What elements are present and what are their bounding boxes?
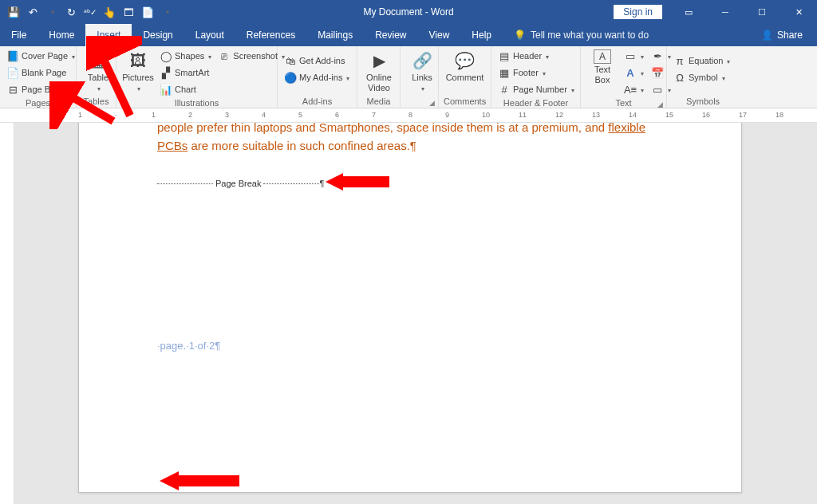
tab-file[interactable]: File (0, 24, 37, 46)
vertical-ruler[interactable] (0, 123, 14, 504)
hyperlink[interactable]: flexible (608, 123, 645, 134)
textbox-button[interactable]: ATextBox (586, 48, 619, 86)
tab-help[interactable]: Help (460, 24, 503, 46)
equation-label: Equation (689, 56, 723, 65)
group-links-label: ◢ (405, 105, 433, 108)
ruler-tick: 15 (665, 111, 673, 119)
quick-parts-button[interactable]: ▭✒ (622, 48, 673, 64)
minimize-button[interactable]: ─ (707, 0, 744, 24)
ruler-tick: 5 (298, 111, 302, 119)
tab-review[interactable]: Review (364, 24, 417, 46)
smartart-icon: ▞ (160, 66, 172, 79)
ruler-tick: 1 (152, 111, 156, 119)
quick-access-toolbar: 💾 ↶ ↻ ᵃᵇ✓ 👆 🗔 📄 (0, 3, 176, 21)
my-addins-button[interactable]: 🔵My Add-ins (282, 69, 351, 85)
online-video-button[interactable]: ▶OnlineVideo (362, 48, 396, 94)
tell-me-search[interactable]: 💡 Tell me what you want to do (503, 24, 649, 46)
tab-home[interactable]: Home (37, 24, 85, 46)
ruler-tick: 7 (372, 111, 376, 119)
page-number-field: ·page.·1·of·2¶ (157, 340, 663, 352)
touch-icon[interactable]: 👆 (101, 3, 118, 21)
shapes-label: Shapes (175, 51, 204, 61)
blank-page-button[interactable]: 📄Blank Page (5, 65, 77, 81)
shapes-icon: ◯ (160, 49, 172, 62)
group-links: 🔗Links ◢ (401, 46, 439, 108)
equation-button[interactable]: πEquation (672, 53, 732, 69)
cover-page-button[interactable]: 📘Cover Page (5, 48, 77, 64)
page-break-label: Page Break (213, 179, 263, 188)
doc-icon[interactable]: 🗔 (120, 3, 137, 21)
undo-dropdown[interactable] (43, 3, 61, 21)
ruler-tick: 6 (335, 111, 339, 119)
comment-button[interactable]: 💬Comment (444, 48, 486, 84)
page-break-icon: ⊟ (6, 83, 19, 96)
group-addins-label: Add-ins (282, 96, 352, 108)
header-button[interactable]: ▤Header (496, 48, 576, 64)
save-icon[interactable]: 💾 (5, 3, 22, 21)
shapes-button[interactable]: ◯Shapes (158, 48, 213, 64)
group-comments-label: Comments (444, 96, 486, 108)
tab-references[interactable]: References (235, 24, 306, 46)
maximize-button[interactable]: ☐ (744, 0, 780, 24)
signature-icon: ✒ (651, 49, 664, 62)
document-area: people prefer thin laptops and Smartphon… (0, 123, 817, 504)
close-button[interactable]: ✕ (780, 0, 817, 24)
qat-customize[interactable] (158, 3, 176, 21)
group-header-footer: ▤Header ▦Footer #Page Number Header & Fo… (491, 46, 581, 108)
hyperlink[interactable]: PCBs (157, 139, 187, 152)
cover-page-icon: 📘 (6, 49, 19, 62)
wordart-button[interactable]: A📅 (622, 65, 673, 81)
chart-label: Chart (175, 85, 196, 94)
group-header-footer-label: Header & Footer (496, 97, 575, 109)
group-media: ▶OnlineVideo Media (357, 46, 401, 108)
group-symbols-label: Symbols (672, 96, 734, 108)
tell-me-label: Tell me what you want to do (531, 30, 649, 41)
links-label: Links (412, 73, 432, 82)
page-1[interactable]: people prefer thin laptops and Smartphon… (78, 123, 742, 493)
undo-icon[interactable]: ↶ (24, 3, 41, 21)
symbol-icon: Ω (673, 71, 686, 84)
my-addins-label: My Add-ins (299, 73, 342, 82)
textbox-icon: A (594, 49, 611, 64)
get-addins-button[interactable]: 🛍Get Add-ins (282, 53, 351, 69)
equation-icon: π (673, 54, 686, 67)
screenshot-label: Screenshot (233, 51, 278, 61)
header-label: Header (513, 51, 542, 61)
screenshot-button[interactable]: ⎚Screenshot (216, 48, 286, 64)
tab-view[interactable]: View (418, 24, 461, 46)
cover-page-label: Cover Page (22, 51, 68, 61)
links-button[interactable]: 🔗Links (405, 48, 439, 94)
page-number-label: Page Number (513, 85, 567, 94)
dropcap-icon: A≡ (624, 83, 637, 96)
dropcap-button[interactable]: A≡▭ (622, 81, 673, 97)
page-number-button[interactable]: #Page Number (496, 81, 576, 97)
comment-label: Comment (446, 73, 484, 82)
group-text: ATextBox ▭✒ A📅 A≡▭ Text◢ (581, 46, 667, 108)
footer-button[interactable]: ▦Footer (496, 65, 576, 81)
text-run: people prefer thin laptops and Smartphon… (157, 123, 608, 134)
blank-page-label: Blank Page (22, 68, 66, 77)
symbol-button[interactable]: ΩSymbol (672, 69, 732, 85)
smartart-label: SmartArt (175, 68, 209, 77)
annotation-arrow (160, 469, 239, 493)
redo-icon[interactable]: ↻ (62, 3, 80, 21)
mail-icon[interactable]: 📄 (139, 3, 156, 21)
chart-icon: 📊 (160, 83, 172, 96)
chart-button[interactable]: 📊Chart (158, 81, 213, 97)
spellcheck-icon[interactable]: ᵃᵇ✓ (81, 3, 99, 21)
ribbon-display-icon[interactable]: ▭ (670, 0, 707, 24)
online-label: Online (366, 73, 392, 82)
smartart-button[interactable]: ▞SmartArt (158, 65, 213, 81)
signin-button[interactable]: Sign in (614, 5, 662, 19)
group-text-label: Text◢ (586, 97, 661, 109)
footer-label: Footer (513, 68, 539, 77)
ruler-tick: 3 (225, 111, 229, 119)
textbox-label2: Box (595, 75, 610, 85)
group-symbols: πEquation ΩSymbol Symbols (667, 46, 739, 108)
ruler-tick: 4 (262, 111, 266, 119)
body-text[interactable]: people prefer thin laptops and Smartphon… (157, 123, 663, 155)
page-break-marker[interactable]: Page Break ¶ (157, 179, 663, 188)
tab-layout[interactable]: Layout (184, 24, 235, 46)
tab-mailings[interactable]: Mailings (306, 24, 364, 46)
share-button[interactable]: 👤 Share (747, 24, 817, 46)
